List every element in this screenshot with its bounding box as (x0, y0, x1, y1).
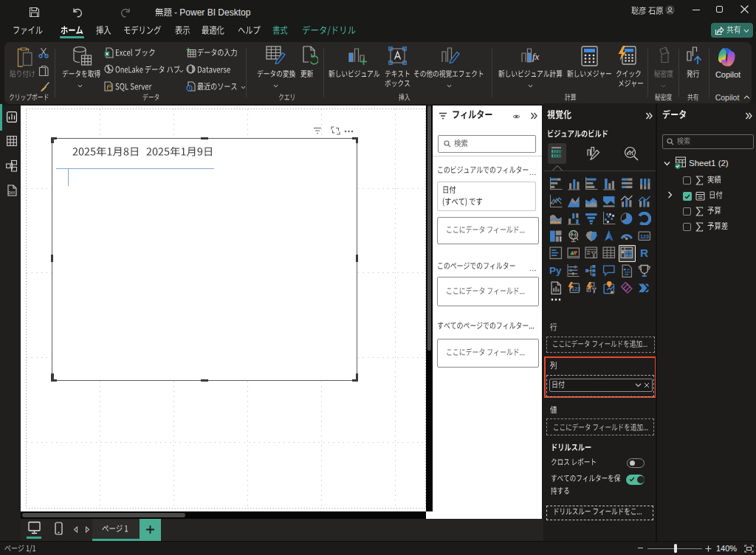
svg-text:123: 123 (640, 232, 649, 239)
svg-text:Py: Py (549, 265, 562, 276)
svg-text:123: 123 (571, 286, 580, 292)
svg-text:fx: fx (532, 51, 540, 62)
svg-text:R: R (640, 247, 648, 259)
svg-text:DAX: DAX (8, 191, 15, 195)
